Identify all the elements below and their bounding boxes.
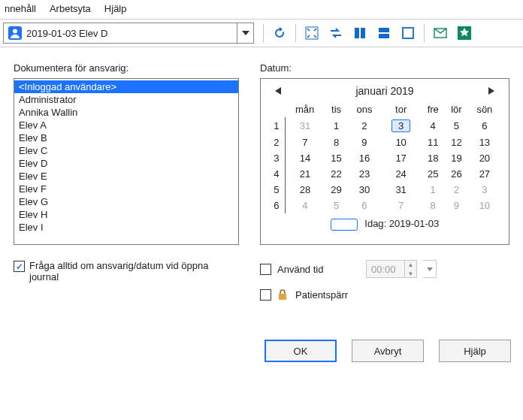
columns-button[interactable] xyxy=(349,23,371,44)
help-button[interactable]: Hjälp xyxy=(439,340,511,362)
calendar-day[interactable]: 1 xyxy=(421,182,445,198)
responsible-label: Dokumentera för ansvarig: xyxy=(14,62,239,74)
calendar-day[interactable]: 5 xyxy=(325,198,348,213)
expand-button[interactable] xyxy=(301,23,323,44)
rows-button[interactable] xyxy=(373,23,395,44)
list-item[interactable]: Elev G xyxy=(14,195,238,208)
calendar-day[interactable]: 7 xyxy=(285,134,325,150)
calendar-day[interactable]: 4 xyxy=(285,198,325,213)
calendar-day[interactable]: 13 xyxy=(468,134,501,150)
day-header: ons xyxy=(348,101,381,117)
day-header: mån xyxy=(285,101,325,117)
cancel-button[interactable]: Avbryt xyxy=(352,340,424,362)
calendar-day[interactable]: 10 xyxy=(381,134,421,150)
menu-item-workspace[interactable]: Arbetsyta xyxy=(50,3,91,14)
calendar-day[interactable]: 24 xyxy=(381,166,421,182)
calendar-day[interactable]: 12 xyxy=(445,134,468,150)
calendar-day[interactable]: 8 xyxy=(325,134,348,150)
calendar-day[interactable]: 18 xyxy=(421,150,445,166)
list-item[interactable]: <Inloggad användare> xyxy=(14,80,238,93)
svg-point-1 xyxy=(13,29,17,34)
calendar-day[interactable]: 26 xyxy=(445,166,468,182)
chevron-down-icon[interactable] xyxy=(237,23,253,43)
single-button[interactable] xyxy=(397,23,419,44)
menu-item-content[interactable]: nnehåll xyxy=(5,3,36,14)
day-header: tor xyxy=(381,101,421,117)
calendar-day[interactable]: 31 xyxy=(285,117,325,134)
use-time-checkbox[interactable] xyxy=(260,264,271,275)
calendar-day[interactable]: 28 xyxy=(285,182,325,198)
refresh-button[interactable] xyxy=(268,23,291,44)
today-label: Idag: 2019-01-03 xyxy=(364,218,439,229)
calendar-day[interactable]: 9 xyxy=(445,198,468,213)
time-input: ▲▼ xyxy=(366,260,417,278)
calendar-day[interactable]: 2 xyxy=(348,117,381,134)
calendar-day[interactable]: 2 xyxy=(445,182,468,198)
calendar-day[interactable]: 31 xyxy=(381,182,421,198)
record-dropdown[interactable]: 2019-01-03 Elev D xyxy=(3,23,254,44)
calendar-day[interactable]: 14 xyxy=(285,150,325,166)
calendar-day[interactable]: 3 xyxy=(381,117,421,134)
separator xyxy=(295,23,296,43)
separator xyxy=(424,23,425,43)
list-item[interactable]: Elev F xyxy=(14,183,238,195)
mail-button[interactable] xyxy=(429,23,452,44)
prev-month-button[interactable] xyxy=(273,86,283,96)
calendar-day[interactable]: 20 xyxy=(468,150,501,166)
calendar-grid: måntisonstorfrelörsön 131123456278910111… xyxy=(268,101,501,213)
calendar-day[interactable]: 17 xyxy=(381,150,421,166)
ask-always-checkbox[interactable] xyxy=(14,261,25,272)
list-item[interactable]: Elev D xyxy=(14,157,238,170)
responsible-listbox[interactable]: <Inloggad användare>AdministratorAnnika … xyxy=(14,78,239,245)
calendar-day[interactable]: 21 xyxy=(285,166,325,182)
calendar-day[interactable]: 22 xyxy=(325,166,348,182)
swap-horizontal-button[interactable] xyxy=(325,23,347,44)
list-item[interactable]: Elev C xyxy=(14,144,238,157)
week-number: 4 xyxy=(268,166,285,182)
day-header: fre xyxy=(421,101,445,117)
calendar-day[interactable]: 1 xyxy=(325,117,348,134)
menu-item-help[interactable]: Hjälp xyxy=(104,3,127,14)
patient-lock-checkbox[interactable] xyxy=(260,289,271,301)
calendar-day[interactable]: 29 xyxy=(325,182,348,198)
calendar-day[interactable]: 16 xyxy=(348,150,381,166)
calendar-day[interactable]: 7 xyxy=(381,198,421,213)
calendar-day[interactable]: 6 xyxy=(468,117,501,134)
calendar-day[interactable]: 8 xyxy=(421,198,445,213)
list-item[interactable]: Elev B xyxy=(14,131,238,144)
list-item[interactable]: Elev I xyxy=(14,221,238,234)
time-dropdown xyxy=(423,260,437,278)
list-item[interactable]: Elev E xyxy=(14,170,238,183)
ask-always-label: Fråga alltid om ansvarig/datum vid öppna… xyxy=(29,260,232,283)
ok-button[interactable]: OK xyxy=(265,340,337,362)
week-number: 3 xyxy=(268,150,285,166)
calendar-day[interactable]: 3 xyxy=(468,182,501,198)
svg-rect-5 xyxy=(379,28,389,32)
calendar-day[interactable]: 10 xyxy=(468,198,501,213)
use-time-label: Använd tid xyxy=(277,264,360,275)
calendar-day[interactable]: 23 xyxy=(348,166,381,182)
list-item[interactable]: Annika Wallin xyxy=(14,106,238,119)
calendar-day[interactable]: 19 xyxy=(445,150,468,166)
calendar-day[interactable]: 9 xyxy=(348,134,381,150)
separator xyxy=(263,23,264,43)
svg-rect-7 xyxy=(403,28,413,38)
svg-rect-6 xyxy=(379,34,389,38)
calendar-day[interactable]: 5 xyxy=(445,117,468,134)
list-item[interactable]: Elev H xyxy=(14,208,238,221)
list-item[interactable]: Administrator xyxy=(14,93,238,106)
calendar-day[interactable]: 11 xyxy=(421,134,445,150)
toolbar: 2019-01-03 Elev D xyxy=(0,20,523,47)
today-row[interactable]: Idag: 2019-01-03 xyxy=(268,213,501,231)
calendar-day[interactable]: 27 xyxy=(468,166,501,182)
calendar-day[interactable]: 6 xyxy=(348,198,381,213)
star-button[interactable] xyxy=(453,23,476,44)
calendar-day[interactable]: 25 xyxy=(421,166,445,182)
button-row: OK Avbryt Hjälp xyxy=(0,319,523,362)
list-item[interactable]: Elev A xyxy=(14,119,238,131)
calendar-day[interactable]: 4 xyxy=(421,117,445,134)
calendar-day[interactable]: 15 xyxy=(325,150,348,166)
calendar-day[interactable]: 30 xyxy=(348,182,381,198)
next-month-button[interactable] xyxy=(486,86,497,96)
svg-rect-3 xyxy=(355,28,359,38)
